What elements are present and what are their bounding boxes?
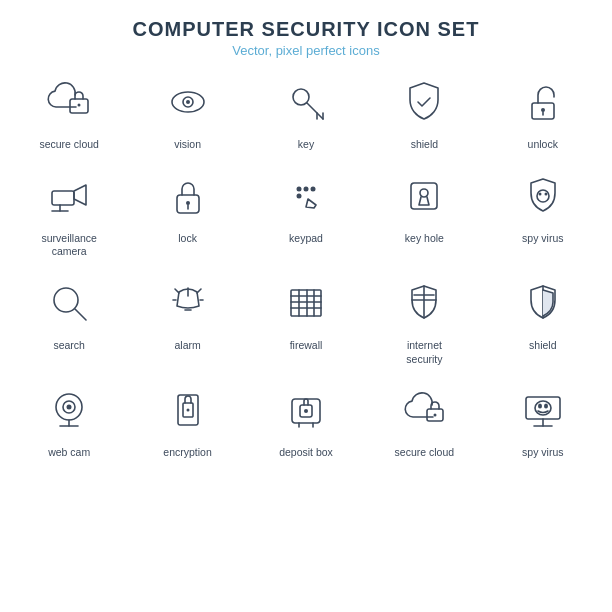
spy-virus-label: spy virus <box>522 232 563 246</box>
shield-half-cell: shield <box>484 273 602 366</box>
firewall-cell: firewall <box>247 273 365 366</box>
shield-check-label: shield <box>411 138 438 152</box>
deposit-box-cell: deposit box <box>247 380 365 460</box>
unlock-label: unlock <box>528 138 558 152</box>
svg-point-22 <box>296 193 301 198</box>
spy-virus2-cell: spy virus <box>484 380 602 460</box>
web-cam-icon <box>39 380 99 440</box>
svg-point-1 <box>78 104 81 107</box>
svg-point-4 <box>186 100 190 104</box>
web-cam-label: web cam <box>48 446 90 460</box>
svg-point-56 <box>434 414 437 417</box>
shield-half-label: shield <box>529 339 556 353</box>
spy-virus-icon <box>513 166 573 226</box>
svg-point-49 <box>186 409 189 412</box>
svg-marker-13 <box>74 185 86 205</box>
internet-security-label: internetsecurity <box>406 339 442 366</box>
svg-rect-31 <box>291 290 321 316</box>
unlock-cell: unlock <box>484 72 602 152</box>
alarm-cell: alarm <box>128 273 246 366</box>
spy-virus2-label: spy virus <box>522 446 563 460</box>
firewall-label: firewall <box>290 339 323 353</box>
svg-rect-12 <box>52 191 74 205</box>
secure-cloud2-icon <box>394 380 454 440</box>
page-title: COMPUTER SECURITY ICON SET <box>10 18 602 41</box>
svg-point-19 <box>296 186 301 191</box>
internet-security-icon <box>394 273 454 333</box>
keypad-label: keypad <box>289 232 323 246</box>
key-hole-icon <box>394 166 454 226</box>
web-cam-cell: web cam <box>10 380 128 460</box>
deposit-box-icon <box>276 380 336 440</box>
internet-security-cell: internetsecurity <box>365 273 483 366</box>
svg-point-20 <box>303 186 308 191</box>
lock-icon <box>158 166 218 226</box>
surveillance-camera-icon <box>39 166 99 226</box>
svg-point-61 <box>538 404 542 409</box>
svg-line-6 <box>307 103 323 119</box>
page-subtitle: Vector, pixel perfect icons <box>10 43 602 58</box>
vision-label: vision <box>174 138 201 152</box>
key-cell: key <box>247 72 365 152</box>
encryption-icon <box>158 380 218 440</box>
icon-grid: secure cloud vision <box>10 72 602 460</box>
key-icon <box>276 72 336 132</box>
lock-cell: lock <box>128 166 246 259</box>
svg-point-25 <box>537 190 549 202</box>
search-icon <box>39 273 99 333</box>
svg-point-52 <box>304 409 308 413</box>
shield-half-icon <box>513 273 573 333</box>
vision-cell: vision <box>128 72 246 152</box>
svg-point-62 <box>544 404 548 409</box>
svg-line-29 <box>75 309 86 320</box>
vision-icon <box>158 72 218 132</box>
search-label: search <box>53 339 85 353</box>
secure-cloud-icon <box>39 72 99 132</box>
lock-label: lock <box>178 232 197 246</box>
search-cell: search <box>10 273 128 366</box>
keypad-cell: keypad <box>247 166 365 259</box>
secure-cloud2-label: secure cloud <box>395 446 455 460</box>
key-label: key <box>298 138 314 152</box>
spy-virus2-icon <box>513 380 573 440</box>
spy-virus-cell: spy virus <box>484 166 602 259</box>
svg-point-21 <box>310 186 315 191</box>
shield-check-icon <box>394 72 454 132</box>
surveillance-camera-label: surveillancecamera <box>41 232 96 259</box>
key-hole-cell: key hole <box>365 166 483 259</box>
alarm-icon <box>158 273 218 333</box>
secure-cloud-label: secure cloud <box>39 138 99 152</box>
secure-cloud2-cell: secure cloud <box>365 380 483 460</box>
svg-point-44 <box>67 405 72 410</box>
unlock-icon <box>513 72 573 132</box>
encryption-cell: encryption <box>128 380 246 460</box>
alarm-label: alarm <box>174 339 200 353</box>
svg-point-28 <box>54 288 78 312</box>
svg-point-26 <box>538 192 541 195</box>
svg-point-27 <box>544 192 547 195</box>
shield-check-cell: shield <box>365 72 483 152</box>
page: COMPUTER SECURITY ICON SET Vector, pixel… <box>0 0 612 470</box>
keypad-icon <box>276 166 336 226</box>
surveillance-camera-cell: surveillancecamera <box>10 166 128 259</box>
secure-cloud-cell: secure cloud <box>10 72 128 152</box>
deposit-box-label: deposit box <box>279 446 333 460</box>
firewall-icon <box>276 273 336 333</box>
encryption-label: encryption <box>163 446 211 460</box>
key-hole-label: key hole <box>405 232 444 246</box>
svg-point-24 <box>420 189 428 197</box>
